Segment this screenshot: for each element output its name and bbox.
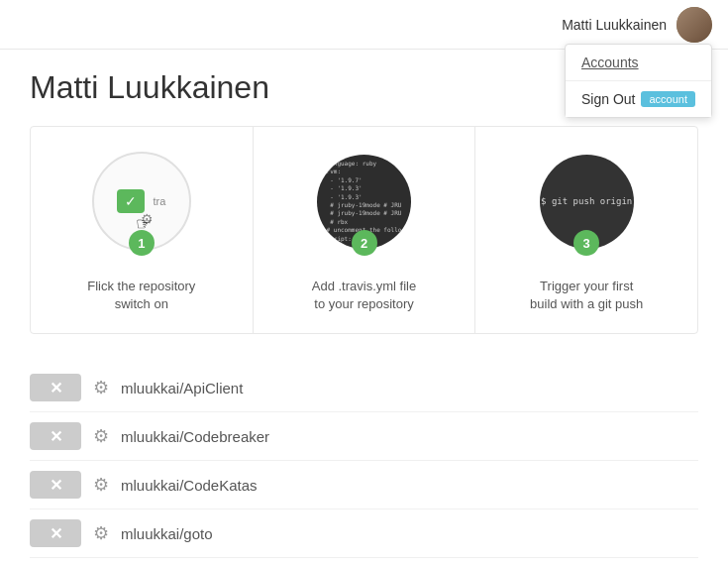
cross-icon: ✕ (50, 427, 62, 446)
git-push-text: $ git push origin (541, 196, 632, 206)
step-2-num: 2 (352, 230, 377, 256)
header: Matti Luukkainen (0, 0, 728, 50)
gear-icon[interactable]: ⚙ (93, 425, 109, 447)
repo-name: mluukkai/Codebreaker (121, 428, 269, 445)
step-2-text: Add .travis.yml file to your repository (312, 279, 416, 311)
steps-section: ✓ ⚙ tra ☞ 1 Flick the repository switch … (30, 126, 698, 334)
repo-row: ✕⚙mluukkai/ApiClient (30, 364, 698, 412)
repo-name: mluukkai/goto (121, 525, 213, 542)
signout-item: Sign Out account (566, 81, 711, 117)
toggle-off[interactable]: ✕ (30, 422, 81, 450)
avatar[interactable] (676, 7, 712, 43)
step-3-num: 3 (573, 230, 599, 256)
user-dropdown: Accounts Sign Out account (565, 44, 712, 118)
repo-row: ✕⚙mluukkai/Codebreaker (30, 412, 698, 461)
signout-label: Sign Out (581, 91, 635, 107)
repo-name: mluukkai/ApiClient (121, 380, 243, 396)
step-2: language: rubyrvm: - '1.9.7' - '1.9.3' -… (254, 127, 476, 333)
step-3: $ git push origin 3 Trigger your first b… (475, 127, 697, 333)
step-1-visual: ✓ ⚙ tra ☞ 1 (87, 147, 196, 256)
repo-name: mluukkai/CodeKatas (121, 477, 258, 494)
step-1-desc: Flick the repository switch on (87, 278, 195, 313)
avatar-image (676, 7, 712, 43)
check-icon: ✓ (125, 193, 137, 209)
step-1-num: 1 (129, 230, 155, 256)
step-3-visual: $ git push origin 3 (532, 147, 641, 256)
accounts-label: Accounts (581, 55, 639, 70)
header-user: Matti Luukkainen (562, 7, 712, 43)
toggle-off[interactable]: ✕ (30, 519, 81, 547)
account-badge: account (641, 91, 695, 107)
repo-row: ✕⚙mluukkai/goto (30, 509, 698, 558)
step-3-desc: Trigger your first build with a git push (530, 278, 643, 313)
gear-icon[interactable]: ⚙ (93, 377, 109, 398)
step-2-visual: language: rubyrvm: - '1.9.7' - '1.9.3' -… (310, 147, 419, 256)
step1-label: tra (153, 195, 165, 207)
repo-row: ✕⚙mluukkai/CodeKatas (30, 461, 698, 509)
cross-icon: ✕ (50, 476, 62, 495)
cross-icon: ✕ (50, 524, 62, 543)
accounts-link[interactable]: Accounts (566, 45, 711, 81)
page-content: Matti Luukkainen ✓ ⚙ tra ☞ 1 Fl (0, 50, 728, 565)
header-username: Matti Luukkainen (562, 17, 667, 33)
toggle-widget[interactable]: ✓ (117, 189, 145, 213)
step-1-text: Flick the repository switch on (87, 279, 195, 311)
toggle-off[interactable]: ✕ (30, 471, 81, 499)
gear-icon[interactable]: ⚙ (93, 522, 109, 544)
repo-list: ✕⚙mluukkai/ApiClient✕⚙mluukkai/Codebreak… (30, 364, 698, 565)
gear-icon[interactable]: ⚙ (93, 474, 109, 496)
repo-row: ✓⚙mluukkai/greitbeer (30, 558, 698, 565)
step-1: ✓ ⚙ tra ☞ 1 Flick the repository switch … (31, 127, 254, 333)
step-3-text: Trigger your first build with a git push (530, 279, 643, 311)
cross-icon: ✕ (50, 379, 62, 397)
toggle-off[interactable]: ✕ (30, 374, 81, 401)
step-2-desc: Add .travis.yml file to your repository (312, 278, 416, 313)
